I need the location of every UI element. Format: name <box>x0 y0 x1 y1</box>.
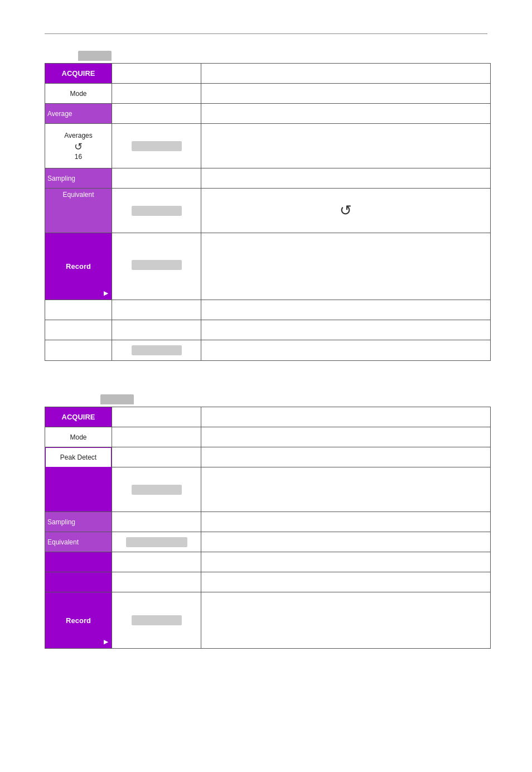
section-2: ACQUIRE Mode Peak Detect Sampling Equiva… <box>45 394 487 649</box>
equiv-label-1[interactable]: Equivalent <box>45 189 112 233</box>
right-r1 <box>201 64 490 84</box>
sidebar-pd-mid <box>45 467 112 512</box>
mid-r7 <box>112 233 201 300</box>
right-r3 <box>201 104 490 124</box>
mid2-r8 <box>112 572 201 592</box>
right2-r4 <box>201 467 490 512</box>
right-r8 <box>201 300 490 320</box>
col-mid-1 <box>112 64 201 360</box>
col-right-2 <box>201 407 490 648</box>
mid-r6 <box>112 189 201 233</box>
right-r4 <box>201 124 490 168</box>
mid-r5 <box>112 168 201 189</box>
mode-label-1: Mode <box>45 84 112 104</box>
sidebar-rec3-1 <box>45 320 112 340</box>
mid-r1 <box>112 64 201 84</box>
mid-r9 <box>112 320 201 340</box>
mid2-r3 <box>112 447 201 467</box>
right-r5 <box>201 168 490 189</box>
content-cols-2 <box>112 407 490 648</box>
top-rule <box>45 33 487 34</box>
mid-r3 <box>112 104 201 124</box>
col-right-1: ↺ <box>201 64 490 360</box>
right2-r1 <box>201 407 490 427</box>
right2-r2 <box>201 427 490 447</box>
average-label-1[interactable]: Average <box>45 104 112 124</box>
record-arrow-1: ▶ <box>104 290 108 296</box>
mid-r10 <box>112 340 201 360</box>
table-2: ACQUIRE Mode Peak Detect Sampling Equiva… <box>45 407 491 649</box>
sampling-label-1[interactable]: Sampling <box>45 168 112 189</box>
mid2-r9 <box>112 592 201 648</box>
acquire-label-2[interactable]: ACQUIRE <box>45 407 112 427</box>
right-r9 <box>201 320 490 340</box>
sidebar-pd-equivblk <box>45 552 112 572</box>
gray-block-mid4 <box>132 345 182 355</box>
right-r2 <box>201 84 490 104</box>
gray-block2-mid1 <box>132 485 182 495</box>
sidebar-rec2-1 <box>45 300 112 320</box>
right2-r5 <box>201 512 490 532</box>
sidebar-2: ACQUIRE Mode Peak Detect Sampling Equiva… <box>45 407 112 648</box>
reset-icon-1[interactable]: ↺ <box>74 141 83 153</box>
right2-r9 <box>201 592 490 648</box>
right2-r3 <box>201 447 490 467</box>
mid-r2 <box>112 84 201 104</box>
gray-block-mid2 <box>132 206 182 216</box>
equiv-label-2[interactable]: Equivalent <box>45 532 112 552</box>
right2-r7 <box>201 552 490 572</box>
mid2-r6 <box>112 532 201 552</box>
right2-r6 <box>201 532 490 552</box>
sidebar-rec4-1 <box>45 340 112 360</box>
sidebar-1: ACQUIRE Mode Average Averages ↺ 16 Sampl… <box>45 64 112 360</box>
table-1: ACQUIRE Mode Average Averages ↺ 16 Sampl… <box>45 63 491 361</box>
section2-tab <box>100 394 134 404</box>
mid2-r1 <box>112 407 201 427</box>
sampling-label-2[interactable]: Sampling <box>45 512 112 532</box>
acquire-label-1[interactable]: ACQUIRE <box>45 64 112 84</box>
record-label-1[interactable]: Record ▶ <box>45 233 112 300</box>
gray-block-mid1 <box>132 141 182 151</box>
gray-block2-mid2 <box>126 537 187 547</box>
mid2-r7 <box>112 552 201 572</box>
gray-block-mid3 <box>132 260 182 270</box>
gray-block2-mid3 <box>132 615 182 625</box>
mode-label-2: Mode <box>45 427 112 447</box>
right-r10 <box>201 340 490 360</box>
sidebar-pd-purple <box>45 572 112 592</box>
right-r7 <box>201 233 490 300</box>
section-1: ACQUIRE Mode Average Averages ↺ 16 Sampl… <box>45 51 487 361</box>
refresh-icon-1: ↺ <box>340 202 352 219</box>
content-cols-1: ↺ <box>112 64 490 360</box>
mid2-r5 <box>112 512 201 532</box>
record-arrow-2: ▶ <box>104 639 108 645</box>
mid2-r2 <box>112 427 201 447</box>
peak-detect-label[interactable]: Peak Detect <box>45 447 112 467</box>
right-r6: ↺ <box>201 189 490 233</box>
record-label-2[interactable]: Record ▶ <box>45 592 112 648</box>
right2-r8 <box>201 572 490 592</box>
mid-r8 <box>112 300 201 320</box>
col-mid-2 <box>112 407 201 648</box>
section1-tab <box>78 51 112 61</box>
mid2-r4 <box>112 467 201 512</box>
mid-r4 <box>112 124 201 168</box>
page-container: ACQUIRE Mode Average Averages ↺ 16 Sampl… <box>0 0 532 772</box>
averages-label-1: Averages ↺ 16 <box>45 124 112 168</box>
